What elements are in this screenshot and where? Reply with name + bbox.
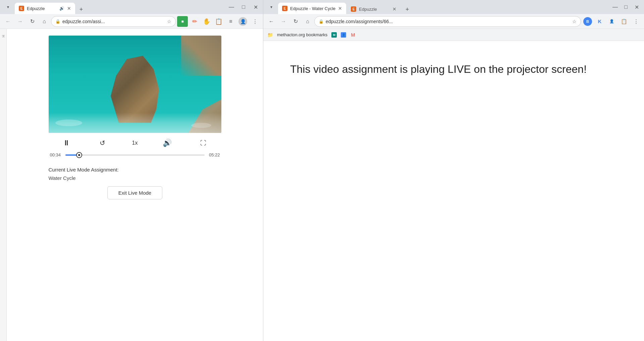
address-text-right: edpuzzle.com/assignments/66... [326,19,570,24]
pause-button[interactable]: ⏸ [60,136,73,150]
nav-bar-left: ← → ↻ ⌂ 🔒 edpuzzle.com/assi... ☆ ■ ✏ ✋ 📋… [0,14,263,29]
title-bar-left: ▾ E Edpuzzle 🔊 ✕ + — □ ✕ [0,0,263,14]
minimize-btn-left[interactable]: — [227,2,236,12]
maximize-btn-left[interactable]: □ [239,2,248,12]
new-tab-btn-right[interactable]: + [402,5,412,14]
close-btn-left[interactable]: ✕ [251,2,260,12]
address-bar-left[interactable]: 🔒 edpuzzle.com/assi... ☆ [51,16,176,27]
forward-btn-left[interactable]: → [15,16,25,27]
gmail-icon: M [350,32,356,38]
more-btn-right[interactable]: ⋮ [631,16,641,27]
refresh-btn-left[interactable]: ↻ [27,16,38,27]
close-btn-right[interactable]: ✕ [632,2,641,12]
controls-row: ⏸ ↺ 1x 🔊 ⛶ [49,136,221,150]
bookmark-gmail[interactable]: M [350,32,356,38]
ext-k-btn[interactable]: K [594,16,605,27]
tab-strip-left: E Edpuzzle 🔊 ✕ + [15,0,86,14]
minimize-btn-right[interactable]: — [610,2,620,12]
right-content: This video assignment is playing LIVE on… [263,41,644,341]
current-time: 00:34 [50,152,63,157]
tab-label-left: Edpuzzle [27,6,57,11]
new-tab-btn-left[interactable]: + [76,5,86,14]
water-ripple-left [55,119,82,126]
toolbar-icons-left: ■ ✏ ✋ 📋 ≡ 👤 ⋮ [177,16,260,27]
tab-close-right-active[interactable]: ✕ [338,6,342,11]
bookmark-contacts[interactable]: 👤 [341,32,346,38]
nav-bar-right: ← → ↻ ⌂ 🔒 edpuzzle.com/assignments/66...… [263,14,644,29]
tab-label-right-active: Edpuzzle - Water Cycle [290,6,335,11]
tab-right-edpuzzle[interactable]: E Edpuzzle ✕ [347,4,400,14]
star-icon-right[interactable]: ☆ [572,19,577,24]
bookmarks-bar: 📁 methacton.org bookmarks M 👤 M [263,29,644,41]
ext4-btn[interactable]: 📋 [213,16,224,27]
ext3-btn[interactable]: ✋ [201,16,212,27]
bookmark-meet[interactable]: M [331,32,337,38]
ext1-btn[interactable]: ■ [177,16,188,27]
folder-icon: 📁 [267,32,273,38]
progress-time-row: 00:34 05:22 [49,152,221,157]
bookmarks-folder-label[interactable]: methacton.org bookmarks [277,32,327,37]
maximize-btn-right[interactable]: □ [621,2,631,12]
address-bar-right[interactable]: 🔒 edpuzzle.com/assignments/66... ☆ [314,16,581,27]
meet-icon: M [331,32,337,38]
lock-icon-left: 🔒 [55,19,60,24]
home-btn-left[interactable]: ⌂ [39,16,50,27]
toolbar-icons-right: B K 👤 📋 ⋮ [582,16,641,27]
back-btn-right[interactable]: ← [266,16,277,27]
video-frame [49,36,221,133]
live-mode-value: Water Cycle [49,175,76,181]
progress-bar[interactable] [65,154,205,156]
left-window: ▾ E Edpuzzle 🔊 ✕ + — □ ✕ ← → [0,0,263,341]
forward-btn-right[interactable]: → [278,16,289,27]
exit-live-mode-button[interactable]: Exit Live Mode [107,186,162,199]
live-mode-label: Current Live Mode Assignment: [49,167,119,173]
main-content-left: ⏸ ↺ 1x 🔊 ⛶ 00:34 [7,29,263,341]
home-btn-right[interactable]: ⌂ [302,16,313,27]
window-controls-right: — □ ✕ [610,2,641,12]
sidebar-text: H [1,35,5,37]
star-icon-left[interactable]: ☆ [167,19,171,24]
ext-clipboard-btn[interactable]: 📋 [619,16,629,27]
dropdown-btn-right[interactable]: ▾ [266,2,277,12]
tab-right-water-cycle[interactable]: E Edpuzzle - Water Cycle ✕ [278,3,346,14]
sidebar-strip: H [0,29,7,341]
live-assignment-message: This video assignment is playing LIVE on… [290,61,617,77]
content-area-left: H ⏸ [0,29,263,341]
volume-button[interactable]: 🔊 [160,136,174,150]
tab-close-left[interactable]: ✕ [67,6,71,11]
progress-thumb[interactable] [76,152,82,158]
tab-close-right-inactive[interactable]: ✕ [392,6,396,12]
lock-icon-right: 🔒 [319,19,324,24]
edpuzzle-favicon-left: E [19,6,24,11]
refresh-btn-right[interactable]: ↻ [290,16,301,27]
total-time: 05:22 [207,152,220,157]
edpuzzle-favicon-right-inactive: E [351,6,356,12]
video-controls: ⏸ ↺ 1x 🔊 ⛶ 00:34 [49,133,221,160]
tab-label-right-inactive: Edpuzzle [359,7,390,12]
back-btn-left[interactable]: ← [3,16,13,27]
speed-button[interactable]: 1x [132,140,138,146]
title-bar-right: ▾ E Edpuzzle - Water Cycle ✕ E Edpuzzle … [263,0,644,14]
audio-icon: 🔊 [59,6,64,11]
tab-left-edpuzzle[interactable]: E Edpuzzle 🔊 ✕ [15,3,75,14]
window-controls-left: — □ ✕ [227,2,260,12]
replay-button[interactable]: ↺ [96,136,109,150]
ext-g-btn[interactable]: 👤 [606,16,617,27]
water-ripple-right [191,123,211,128]
profile-btn-right[interactable]: B [582,16,593,27]
dropdown-btn-left[interactable]: ▾ [3,2,13,12]
right-window: ▾ E Edpuzzle - Water Cycle ✕ E Edpuzzle … [263,0,644,341]
profile-btn-left[interactable]: 👤 [237,16,248,27]
ext5-btn[interactable]: ≡ [225,16,236,27]
address-text-left: edpuzzle.com/assi... [62,19,165,24]
video-container: ⏸ ↺ 1x 🔊 ⛶ 00:34 [49,36,221,199]
ext2-btn[interactable]: ✏ [189,16,200,27]
edpuzzle-favicon-right-active: E [282,6,287,11]
fullscreen-button[interactable]: ⛶ [197,136,210,150]
live-mode-section: Current Live Mode Assignment: Water Cycl… [49,167,221,199]
rocky-bg-top-right [181,36,221,76]
thumb-inner [78,154,80,156]
tab-strip-right: E Edpuzzle - Water Cycle ✕ E Edpuzzle ✕ … [278,0,412,14]
contacts-icon: 👤 [341,32,346,38]
more-btn-left[interactable]: ⋮ [250,16,260,27]
